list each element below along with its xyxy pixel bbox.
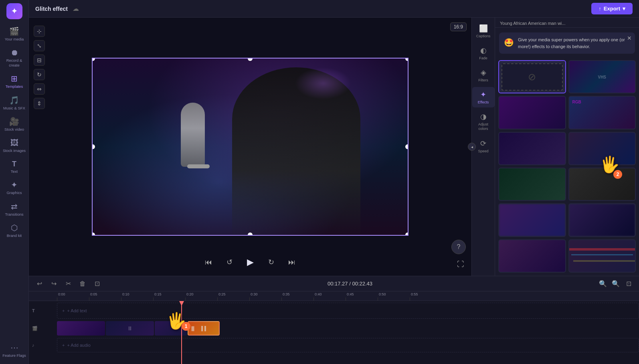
adjust-colors-icon: ◑: [480, 112, 487, 121]
effect-slow-zoom-random-label: Slow zoom random: [569, 165, 635, 165]
cut-button[interactable]: ✂: [63, 278, 74, 289]
effect-vaporwave[interactable]: Vaporwave: [498, 96, 566, 129]
resize-handle-mr[interactable]: [405, 144, 408, 149]
effect-vaporwave-label: Vaporwave: [499, 129, 565, 129]
effects-promo-area: 🤩 Give your media super powers when you …: [495, 28, 639, 57]
video-clip-3[interactable]: [155, 321, 187, 336]
effect-filmic[interactable]: Filmic: [498, 239, 566, 273]
timeline-toolbar: ↩ ↪ ✂ 🗑 ⊡ 00:17.27 / 00:22.43 🔍 🔍 ⊡: [29, 276, 639, 291]
timeline-ruler: 0:00 0:05 0:10 0:15 0:20 0:25: [29, 291, 639, 301]
timeline-playhead[interactable]: [181, 301, 182, 364]
play-button[interactable]: ▶: [244, 256, 257, 269]
effect-chromatic-aberration[interactable]: RGB Chromatic aberration: [568, 96, 636, 129]
crop-tool-button[interactable]: ⊹: [34, 26, 45, 37]
flip-v-tool-button[interactable]: ⇕: [34, 98, 45, 109]
sidebar-item-feature-flags[interactable]: ⋯ Feature Flags: [1, 340, 28, 361]
zoom-in-button[interactable]: 🔍: [610, 278, 621, 289]
effect-slow-zoom[interactable]: Slow zoom: [498, 132, 566, 165]
audio-track-label: ♪: [29, 343, 57, 348]
effect-glitch-label: Glitch: [569, 272, 635, 273]
rotate-tool-button[interactable]: ↻: [34, 69, 45, 80]
brand-kit-icon: ⬡: [11, 224, 18, 232]
effect-bw-removal[interactable]: Black/white removal: [568, 168, 636, 201]
effect-blur-label: Blur: [499, 236, 565, 237]
effect-chromatic-label: Chromatic aberration: [569, 129, 635, 129]
effect-green-screen-thumbnail: [499, 168, 565, 200]
video-track-content: ⏸ ▐ ▌: [57, 320, 639, 336]
video-clip-1[interactable]: [57, 321, 105, 336]
video-preview: [93, 59, 408, 235]
effect-blur[interactable]: Blur: [498, 203, 566, 237]
delete-button[interactable]: 🗑: [77, 278, 88, 289]
add-text-button[interactable]: + + Add text: [57, 303, 639, 319]
effect-chromatic-thumbnail: RGB: [569, 97, 635, 129]
promo-close-button[interactable]: ✕: [627, 35, 632, 41]
effect-green-screen[interactable]: Green screen: [498, 168, 566, 201]
collapse-panel-arrow[interactable]: ◂: [468, 143, 476, 151]
effect-blur-thumbnail: [499, 204, 565, 236]
right-tool-effects[interactable]: ✦ Effects: [472, 87, 495, 107]
sidebar-item-transitions[interactable]: ⇄ Transitions: [1, 199, 28, 220]
ruler-mark-0: 0:00: [57, 297, 89, 301]
fullscreen-button[interactable]: ⛶: [457, 260, 464, 269]
sidebar-item-graphics[interactable]: ✦ Graphics: [1, 178, 28, 198]
export-arrow-icon: ↑: [599, 6, 601, 12]
cloud-save-icon[interactable]: ☁: [73, 5, 79, 12]
zoom-out-button[interactable]: 🔍: [597, 278, 609, 289]
skip-forward-button[interactable]: ⏭: [285, 256, 298, 269]
video-track-row: 🎬 ⏸: [29, 320, 639, 336]
effect-vaporwave-thumbnail: [499, 97, 565, 129]
effect-vhs[interactable]: VHS VHS: [568, 60, 636, 93]
help-button[interactable]: ?: [451, 240, 466, 254]
flip-h-tool-button[interactable]: ⇔: [34, 83, 45, 95]
right-tool-captions[interactable]: ⬜ Captions: [472, 21, 495, 41]
music-sfx-icon: 🎵: [9, 96, 19, 104]
redo-button[interactable]: ↪: [48, 278, 59, 289]
forward-button[interactable]: ↻: [265, 256, 277, 269]
sidebar-item-templates[interactable]: ⊞ Templates: [1, 71, 28, 92]
fit-timeline-button[interactable]: ⊡: [623, 278, 634, 289]
sidebar-item-record-create[interactable]: ⏺ Record & create: [1, 45, 28, 71]
promo-emoji: 🤩: [504, 36, 514, 49]
video-clip-2[interactable]: ⏸: [106, 321, 154, 336]
effect-vhs-thumbnail: VHS: [569, 61, 635, 93]
resize-handle-bm[interactable]: [248, 233, 253, 236]
ruler-mark-5: 0:05: [89, 297, 121, 301]
resize-tool-button[interactable]: ⤡: [34, 40, 45, 51]
add-audio-button[interactable]: + + Add audio: [57, 338, 639, 352]
sidebar-item-stock-images[interactable]: 🖼 Stock images: [1, 135, 28, 156]
ruler-mark-20: 0:20: [185, 297, 217, 301]
video-track-label: 🎬: [29, 326, 57, 331]
ruler-mark-55: 0:55: [410, 297, 442, 301]
add-text-plus-icon: +: [62, 308, 65, 313]
ruler-mark-50: 0:50: [378, 297, 410, 301]
right-tool-filters[interactable]: ◈ Filters: [472, 65, 495, 85]
sidebar-item-stock-video[interactable]: 🎥 Stock video: [1, 114, 28, 135]
sidebar-item-brand-kit[interactable]: ⬡ Brand kit: [1, 220, 28, 241]
effects-grid: ⊘ None VHS VHS: [495, 57, 639, 276]
skip-back-button[interactable]: ⏮: [202, 256, 215, 269]
sidebar-item-text[interactable]: T Text: [1, 157, 28, 177]
effect-blur-fill[interactable]: Blur fill: [568, 203, 636, 237]
sidebar-item-your-media[interactable]: 🎬 Your media: [1, 24, 28, 44]
video-clip-4-active[interactable]: ▐ ▌: [188, 321, 220, 336]
rewind-button[interactable]: ↺: [223, 256, 236, 269]
effect-slow-zoom-random[interactable]: Slow zoom random: [568, 132, 636, 165]
export-button[interactable]: ↑ Export ▾: [591, 3, 633, 14]
effect-glitch[interactable]: Glitch: [568, 239, 636, 273]
logo-symbol: ✦: [11, 7, 17, 16]
topbar: Glitch effect ☁ ↑ Export ▾: [29, 0, 639, 18]
record-create-icon: ⏺: [10, 49, 18, 57]
right-tool-fade[interactable]: ◐ Fade: [472, 43, 495, 63]
sidebar-item-music-sfx[interactable]: 🎵 Music & SFX: [1, 93, 28, 113]
layout-tool-button[interactable]: ⊟: [34, 55, 45, 66]
effect-none-label: None: [499, 93, 565, 93]
duplicate-button[interactable]: ⊡: [91, 278, 103, 289]
effect-slow-zoom-label: Slow zoom: [499, 165, 565, 165]
effect-none[interactable]: ⊘ None: [498, 60, 566, 93]
resize-handle-br[interactable]: [405, 233, 408, 236]
right-tool-adjust-colors[interactable]: ◑ Adjust colors: [472, 109, 495, 134]
your-media-icon: 🎬: [9, 27, 19, 35]
timeline-section: ↩ ↪ ✂ 🗑 ⊡ 00:17.27 / 00:22.43 🔍 🔍 ⊡ 0:00: [29, 276, 639, 364]
undo-button[interactable]: ↩: [34, 278, 45, 289]
